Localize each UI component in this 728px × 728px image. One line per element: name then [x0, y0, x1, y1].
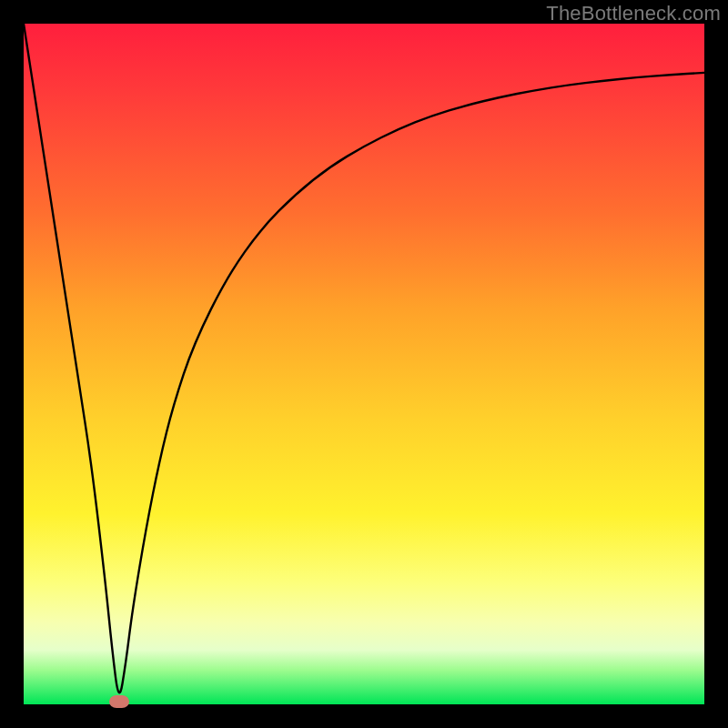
plot-area	[24, 24, 704, 704]
curve-svg	[24, 24, 704, 704]
chart-frame: TheBottleneck.com	[0, 0, 728, 728]
bottleneck-curve	[24, 24, 704, 693]
watermark-text: TheBottleneck.com	[546, 2, 721, 25]
minimum-marker	[109, 695, 129, 708]
